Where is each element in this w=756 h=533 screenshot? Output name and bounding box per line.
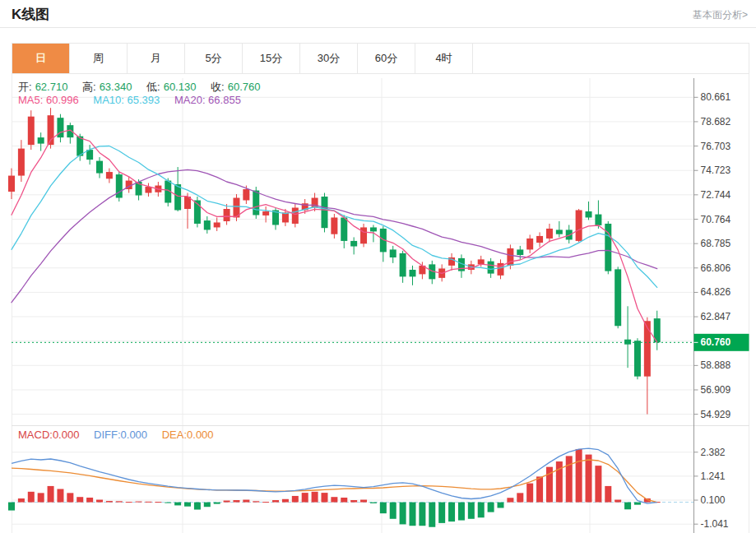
dea-value: DEA:0.000 [162,429,214,441]
close-label: 收: [211,81,225,93]
macd-value: MACD:0.000 [18,429,79,441]
open-value: 62.710 [35,81,68,93]
svg-text:54.929: 54.929 [701,409,731,420]
period-tab-bar: 日周月5分15分30分60分4时 [12,43,749,74]
tab-15分[interactable]: 15分 [243,44,300,73]
svg-text:78.682: 78.682 [701,116,731,127]
grid [12,78,749,533]
macd-row: MACD:0.000 DIFF:0.000 DEA:0.000 [18,429,217,441]
candles [8,108,661,414]
macd-bars [8,449,661,527]
close-value: 60.760 [228,81,261,93]
svg-text:68.785: 68.785 [701,238,731,249]
ma10-value: MA10: 65.393 [93,94,160,106]
svg-text:-1.041: -1.041 [701,518,729,530]
low-label: 低: [146,81,160,93]
tab-日[interactable]: 日 [12,44,70,73]
price-axis: 80.66178.68276.70374.72372.74470.76468.7… [694,78,731,533]
svg-text:74.723: 74.723 [701,165,731,176]
svg-text:60.760: 60.760 [701,336,731,348]
tab-60分[interactable]: 60分 [358,44,415,73]
svg-text:66.806: 66.806 [701,262,731,274]
svg-text:1.241: 1.241 [701,470,726,482]
svg-text:56.909: 56.909 [701,384,731,396]
tab-月[interactable]: 月 [128,44,185,73]
svg-text:2.382: 2.382 [701,447,726,458]
high-label: 高: [82,81,96,93]
ma5-value: MA5: 60.996 [18,94,79,106]
tab-5分[interactable]: 5分 [185,44,243,73]
open-label: 开: [18,81,32,93]
tab-周[interactable]: 周 [70,44,128,73]
current-price-tag: 60.760 [694,334,749,351]
ohlc-row: 开:62.710 高:63.340 低:60.130 收:60.760 [18,80,263,95]
svg-text:72.744: 72.744 [701,189,731,201]
ma20-value: MA20: 66.855 [174,94,241,106]
svg-text:76.703: 76.703 [701,141,731,152]
tab-4时[interactable]: 4时 [415,44,473,73]
svg-text:80.661: 80.661 [701,91,731,103]
diff-value: DIFF:0.000 [94,429,147,441]
svg-text:0.100: 0.100 [701,494,726,506]
svg-text:64.826: 64.826 [701,286,731,298]
svg-text:58.888: 58.888 [701,359,731,371]
ma-row: MA5: 60.996 MA10: 65.393 MA20: 66.855 [18,94,244,106]
svg-text:70.764: 70.764 [701,214,731,225]
high-value: 63.340 [100,81,132,93]
svg-text:62.847: 62.847 [701,311,731,322]
low-value: 60.130 [164,81,197,93]
tab-30分[interactable]: 30分 [300,44,358,73]
